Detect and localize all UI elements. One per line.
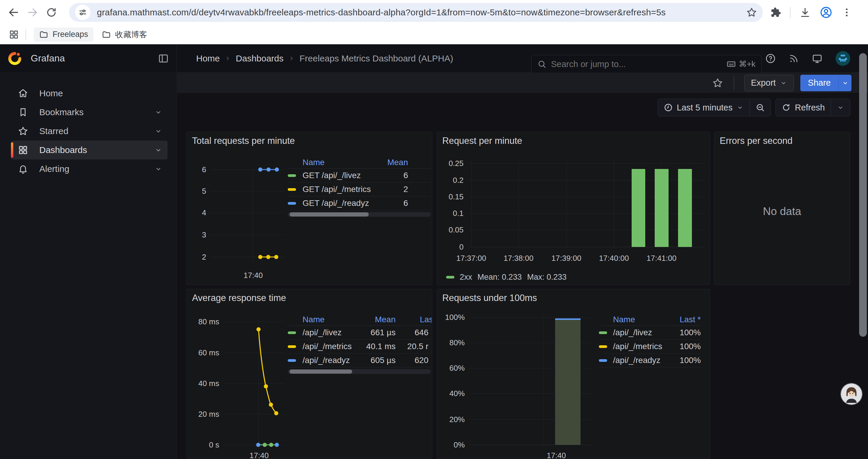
monitor-icon[interactable] xyxy=(812,53,823,64)
sidebar-item-home[interactable]: Home xyxy=(11,84,167,103)
column-header-name[interactable]: Name xyxy=(613,315,674,324)
grafana-logo[interactable] xyxy=(8,52,22,66)
bookmark-item-blogs[interactable]: 收藏博客 xyxy=(96,27,152,42)
column-header-name[interactable]: Name xyxy=(303,315,362,324)
y-axis-tick: 80% xyxy=(437,338,465,347)
column-header-last[interactable]: Last * xyxy=(674,315,701,324)
sidebar-collapse-button[interactable] xyxy=(158,53,169,64)
scrollbar-thumb[interactable] xyxy=(289,369,352,374)
gridline xyxy=(468,197,704,197)
table-row[interactable]: /api/_/metrics 40.1 ms 20.5 r xyxy=(288,340,431,354)
profile-icon[interactable] xyxy=(819,6,833,19)
x-axis-tick: 17:40 xyxy=(249,451,269,459)
panel-title: Requests under 100ms xyxy=(442,293,537,303)
extensions-icon[interactable] xyxy=(771,7,781,18)
sidebar-item-starred[interactable]: Starred xyxy=(11,122,167,140)
column-header-last[interactable]: Las xyxy=(396,315,431,324)
export-button[interactable]: Export xyxy=(744,75,794,91)
menu-icon[interactable] xyxy=(841,7,852,18)
panel-requests-under-100ms[interactable]: Requests under 100ms 100% 80% 60% 40% 20… xyxy=(437,289,710,459)
bookmark-item-freeleaps[interactable]: Freeleaps xyxy=(34,28,93,42)
table-row[interactable]: /api/_/metrics 100% xyxy=(599,340,701,354)
share-dropdown-button[interactable] xyxy=(838,75,851,91)
scrollbar-thumb[interactable] xyxy=(859,53,867,337)
sidebar-item-bookmarks[interactable]: Bookmarks xyxy=(11,103,167,122)
y-axis-tick: 0.1 xyxy=(437,209,464,218)
metrics-response-line xyxy=(187,289,293,455)
table-row[interactable]: /api/_/readyz 100% xyxy=(599,354,701,367)
column-header-mean[interactable]: Mean xyxy=(377,158,408,167)
y-axis-tick: 0.25 xyxy=(437,159,464,168)
share-button[interactable]: Share xyxy=(800,75,838,91)
table-row[interactable]: GET /api/_/livez 6 xyxy=(288,169,431,183)
zoom-out-button[interactable] xyxy=(750,99,771,116)
grafana-header: Grafana Home Dashboards Freeleaps Metric… xyxy=(0,44,868,73)
table-row[interactable]: GET /api/_/readyz 6 xyxy=(288,196,431,210)
reload-button[interactable] xyxy=(42,3,61,22)
chevron-down-icon[interactable] xyxy=(155,127,162,135)
bookmark-label: 收藏博客 xyxy=(115,29,147,40)
y-axis-tick: 20% xyxy=(437,415,465,424)
bookmark-icon xyxy=(18,107,28,117)
forward-button[interactable] xyxy=(23,3,42,22)
table-row[interactable]: GET /api/_/metrics 2 xyxy=(288,183,431,196)
home-icon xyxy=(18,88,28,98)
user-avatar[interactable] xyxy=(836,51,850,66)
panel-avg-response-time[interactable]: Average response time 80 ms 60 ms 40 ms … xyxy=(186,289,432,459)
chevron-right-icon xyxy=(224,55,231,62)
floating-avatar[interactable] xyxy=(841,383,862,405)
time-range-button[interactable]: Last 5 minutes xyxy=(658,99,750,116)
chevron-down-icon[interactable] xyxy=(155,165,162,173)
help-icon[interactable] xyxy=(765,53,776,64)
panel-total-requests[interactable]: Total requests per minute 6 5 4 3 2 17:4… xyxy=(186,132,432,285)
y-axis-tick: 100% xyxy=(437,313,465,322)
apps-grid-icon[interactable] xyxy=(9,30,19,40)
legend-mean: Mean: 0.233 xyxy=(477,273,522,282)
brand-zone: Grafana xyxy=(0,44,177,72)
search-box[interactable]: ⌘+k xyxy=(531,55,762,73)
breadcrumb-item-dashboards[interactable]: Dashboards xyxy=(236,54,284,64)
legend-table: Name Mean GET /api/_/livez 6 GET /api/_/… xyxy=(288,156,431,217)
brand-title: Grafana xyxy=(31,53,158,64)
gridline xyxy=(614,161,614,247)
breadcrumb-item-home[interactable]: Home xyxy=(196,54,220,64)
scrollbar-thumb[interactable] xyxy=(289,212,369,217)
panel-request-per-minute[interactable]: Request per minute 0.25 0.2 0.15 0.1 0.0… xyxy=(437,132,710,285)
data-point xyxy=(258,167,262,172)
url-bar[interactable]: grafana.mathmast.com/d/deytv4rwavabkb/fr… xyxy=(69,3,763,22)
table-row[interactable]: /api/_/livez 100% xyxy=(599,326,701,340)
chevron-down-icon[interactable] xyxy=(155,108,162,116)
data-point xyxy=(275,167,279,172)
column-header-name[interactable]: Name xyxy=(303,158,377,167)
refresh-interval-button[interactable] xyxy=(831,99,850,116)
bar-under-100ms xyxy=(555,319,581,445)
url-text[interactable]: grafana.mathmast.com/d/deytv4rwavabkb/fr… xyxy=(97,7,743,18)
bookmark-star-icon[interactable] xyxy=(746,7,757,18)
data-point xyxy=(258,255,262,259)
grafana-app: Grafana Home Dashboards Freeleaps Metric… xyxy=(0,44,868,459)
download-icon[interactable] xyxy=(800,7,811,18)
gridline xyxy=(253,165,253,263)
tune-icon[interactable] xyxy=(75,5,90,20)
table-horizontal-scrollbar[interactable] xyxy=(288,369,431,374)
table-row[interactable]: /api/_/readyz 605 µs 620 xyxy=(288,354,431,367)
legend-series-name[interactable]: 2xx xyxy=(460,273,472,282)
search-input[interactable] xyxy=(551,59,726,69)
gridline xyxy=(211,191,284,191)
bookmarks-divider xyxy=(25,30,26,40)
x-axis-tick: 17:40 xyxy=(547,451,566,459)
table-horizontal-scrollbar[interactable] xyxy=(288,212,431,217)
y-axis-tick: 0 xyxy=(437,242,464,252)
back-button[interactable] xyxy=(4,3,23,22)
table-row[interactable]: /api/_/livez 661 µs 646 xyxy=(288,326,431,340)
column-header-mean[interactable]: Mean xyxy=(362,315,396,324)
sidebar-item-dashboards[interactable]: Dashboards xyxy=(11,140,167,160)
rss-icon[interactable] xyxy=(789,54,799,64)
panel-errors-per-second[interactable]: Errors per second No data xyxy=(714,132,850,285)
chevron-down-icon[interactable] xyxy=(155,146,162,154)
bell-icon xyxy=(18,164,28,174)
star-dashboard-button[interactable] xyxy=(712,78,723,88)
legend-table-header: Name Mean Las xyxy=(288,314,431,326)
sidebar-item-alerting[interactable]: Alerting xyxy=(11,160,167,178)
refresh-button[interactable]: Refresh xyxy=(776,99,831,116)
